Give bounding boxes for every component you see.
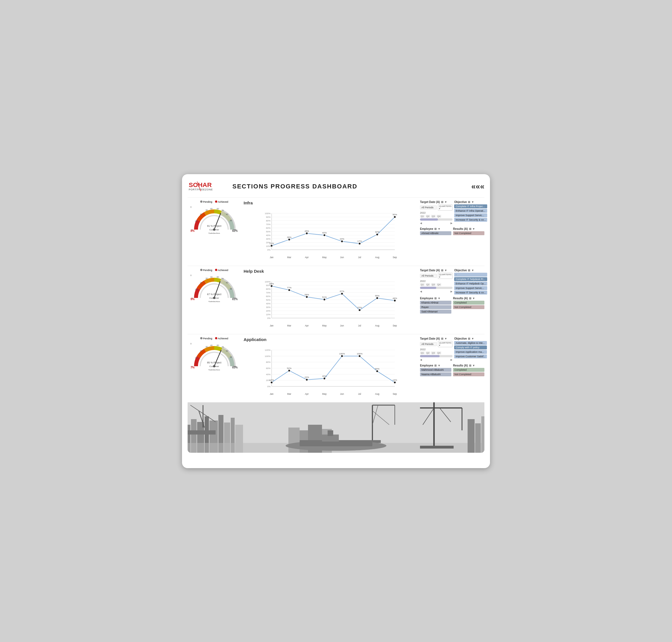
quarters-dropdown[interactable]: QUARTERS ▾ [438,341,452,347]
period-value[interactable]: All Periods [420,274,437,278]
quarters-row: Q1Q2Q3Q4 [420,283,452,286]
quarter-item[interactable]: Q1 [420,283,425,286]
quarters-dropdown[interactable]: QUARTERS ▾ [438,273,452,279]
svg-text:0: 0 [192,229,193,231]
result-item: Not Completed [453,231,484,235]
back-button[interactable]: ««« [471,182,484,191]
objective-item[interactable]: Improve Support Servic... [454,286,487,290]
target-funnel-icon[interactable]: ▼ [444,269,447,272]
employee-item[interactable]: Mahmood AlBalushi [420,368,451,372]
obj-funnel-icon[interactable]: ▼ [471,269,474,272]
objective-item[interactable]: Enhance IT Infra Operati... [454,209,487,213]
quarter-item[interactable]: Q4 [437,215,441,218]
quarter-item[interactable]: Q3 [431,283,436,286]
svg-text:80: 80 [226,213,228,215]
svg-text:48%: 48% [392,297,397,299]
svg-point-75 [213,297,215,299]
progress-bar [420,355,452,357]
scroll-left[interactable]: ◀ [420,358,422,361]
objective-item[interactable]: Improve Customer Satisf... [454,355,487,358]
target-filter-icon[interactable]: ⊞ [441,201,443,204]
svg-text:10: 10 [195,288,197,290]
svg-text:30%: 30% [266,306,271,309]
scroll-right[interactable]: ▶ [451,290,452,293]
svg-text:Jan: Jan [270,324,274,327]
dashboard-title: SECTIONS PROGRESS DASHBOARD [232,183,357,190]
quarter-item[interactable]: Q2 [426,351,430,355]
emp-funnel-icon[interactable]: ▼ [438,297,440,300]
scroll-left[interactable]: ◀ [420,222,422,224]
obj-filter-icon[interactable]: ⊞ [468,201,470,204]
svg-text:42%: 42% [375,231,379,233]
scroll-left[interactable]: ◀ [420,290,422,293]
obj-funnel-icon[interactable]: ▼ [471,337,474,340]
objective-item[interactable]: Improve Support Servic... [454,213,487,217]
objective-item[interactable]: Increase IT Security & co... [454,218,487,222]
gauge-legend: Pending Achieved [200,201,228,203]
quarter-item[interactable]: Q2 [426,283,430,286]
employee-item[interactable]: Khamis AlHinai [420,301,451,305]
svg-text:May: May [322,256,327,259]
target-funnel-icon[interactable]: ▼ [444,201,447,204]
scroll-right[interactable]: ▶ [451,358,452,361]
objective-item[interactable]: Increase IT Security & co... [454,291,487,295]
svg-text:May: May [322,393,327,395]
svg-text:Jan: Jan [270,256,274,259]
quarter-item[interactable]: Q2 [426,215,430,218]
svg-text:50%: 50% [375,368,379,370]
period-value[interactable]: All Periods [420,206,437,209]
employee-item[interactable]: Rayan [420,305,451,309]
svg-text:45%: 45% [305,230,309,232]
objective-item[interactable]: Enhance IT Helpdesk Op... [454,282,487,286]
employee-item[interactable]: Said AlMamari [420,310,451,313]
emp-funnel-icon[interactable]: ▼ [438,227,440,230]
res-funnel-icon[interactable]: ▼ [473,227,475,230]
res-filter-icon[interactable]: ⊞ [469,364,471,367]
progress-bar [420,218,452,221]
emp-filter-icon[interactable]: ⊞ [434,364,437,367]
progress-fill [420,355,440,357]
chart-area-helpdesk: Help Desk 0% 10% 20% 30% 40% 50% 60% 70%… [241,269,420,329]
res-funnel-icon[interactable]: ▼ [473,297,475,300]
svg-text:50%: 50% [266,230,271,233]
svg-point-142 [213,365,215,367]
res-filter-icon[interactable]: ⊞ [469,297,471,300]
svg-text:SOHAR: SOHAR [189,181,212,189]
employee-item[interactable]: Ahmed AlBreiki [420,231,451,235]
target-date-label: Target Date (A) ⊞ ▼ [420,337,452,340]
quarter-item[interactable]: Q3 [431,351,436,355]
quarter-item[interactable]: Q3 [431,215,436,218]
quarter-item[interactable]: Q4 [437,283,441,286]
period-value[interactable]: All Periods [420,342,437,346]
results-label: Results (A) ⊞ ▼ [453,297,484,300]
target-funnel-icon[interactable]: ▼ [444,337,447,340]
objective-item[interactable]: Complete IT Infra Projec... [454,204,487,208]
objective-item[interactable]: Improve Application ma... [454,350,487,354]
obj-filter-icon[interactable]: ⊞ [468,337,470,340]
svg-text:51%: 51% [322,296,327,298]
svg-text:Jul: Jul [358,393,361,395]
res-funnel-icon[interactable]: ▼ [473,364,475,367]
quarter-item[interactable]: Q1 [420,351,425,355]
target-filter-icon[interactable]: ⊞ [441,269,443,272]
objective-item[interactable]: - [454,273,487,277]
res-filter-icon[interactable]: ⊞ [469,227,471,230]
objective-item[interactable]: Automate, digilize & inte... [454,341,487,345]
employee-item[interactable]: Naama AlBalushi [420,372,451,376]
obj-funnel-icon[interactable]: ▼ [471,201,474,204]
quarter-item[interactable]: Q1 [420,215,425,218]
objective-item[interactable]: Complete IT helpdesk Pr... [454,277,487,281]
quarters-dropdown[interactable]: QUARTERS ▾ [438,204,452,210]
objective-col: Objective ⊞ ▼ -Complete IT helpdesk Pr..… [454,269,487,295]
emp-filter-icon[interactable]: ⊞ [434,297,437,300]
target-filter-icon[interactable]: ⊞ [441,337,443,340]
svg-text:100: 100 [233,297,236,299]
emp-filter-icon[interactable]: ⊞ [434,227,437,230]
objective-item[interactable]: Comply with IT policy [454,346,487,349]
chart-area-infra: Infra 0% 10% 20% 30% 40% 50% 60% 70% 80%… [241,201,420,261]
scroll-right[interactable]: ▶ [451,222,452,224]
quarter-item[interactable]: Q4 [437,351,441,355]
emp-funnel-icon[interactable]: ▼ [438,364,440,367]
svg-point-183 [323,377,326,380]
obj-filter-icon[interactable]: ⊞ [468,269,470,272]
